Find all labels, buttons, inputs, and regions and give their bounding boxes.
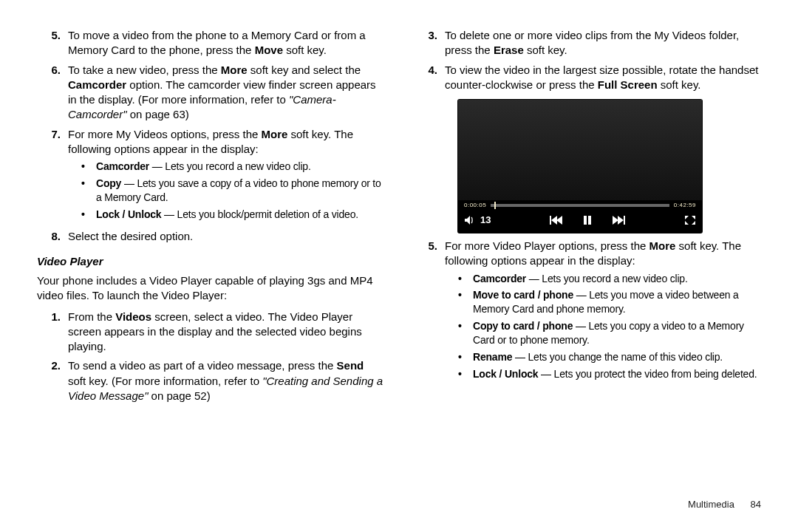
text: soft key. (For more information, refer t… (68, 375, 262, 387)
transport-controls (549, 215, 626, 225)
bullet-dot: • (458, 272, 473, 286)
list-body: To delete one or more video clips from t… (445, 28, 761, 58)
numbered-list-left-bottom: 1. From the Videos screen, select a vide… (37, 310, 384, 409)
text: To send a video as part of a video messa… (68, 359, 337, 372)
text: — Lets you protect the video from being … (538, 368, 757, 380)
bold-term: Move (255, 44, 283, 56)
bullet-dot: • (458, 350, 473, 364)
list-item: 6. To take a new video, press the More s… (37, 63, 384, 123)
bold-term: Lock / Unlock (473, 368, 538, 380)
list-number: 4. (414, 63, 445, 93)
text: — Lets you block/permit deletion of a vi… (161, 208, 358, 220)
volume-level: 13 (480, 214, 491, 227)
list-number: 8. (37, 229, 68, 244)
volume-group: 13 (464, 214, 491, 227)
section-subheading: Video Player (37, 254, 384, 269)
list-body: To view the video in the largest size po… (445, 63, 761, 93)
bold-term: Copy to card / phone (473, 320, 573, 332)
svg-rect-1 (588, 216, 591, 225)
text: — Lets you record a new video clip. (149, 160, 310, 172)
next-track-icon[interactable] (613, 215, 626, 225)
list-number: 5. (414, 239, 445, 384)
bold-term: Rename (473, 351, 512, 363)
bold-term: Erase (494, 44, 524, 56)
footer-section: Multimedia (688, 499, 734, 510)
text: on page 63) (127, 108, 189, 120)
list-item: 7. For more My Videos options, press the… (37, 127, 384, 225)
left-column: 5. To move a video from the phone to a M… (37, 28, 384, 510)
bullet-item: •Camcorder — Lets you record a new video… (458, 272, 761, 286)
bold-term: Camcorder (68, 78, 126, 91)
bullet-dot: • (81, 208, 96, 222)
list-body: From the Videos screen, select a video. … (68, 310, 384, 355)
bullet-dot: • (458, 319, 473, 347)
list-body: For more My Videos options, press the Mo… (68, 127, 384, 225)
numbered-list-left-top: 5. To move a video from the phone to a M… (37, 28, 384, 248)
text: To take a new video, press the (68, 64, 221, 76)
page-number: 84 (751, 499, 761, 510)
text: For more Video Player options, press the (445, 239, 649, 252)
list-number: 5. (37, 28, 68, 58)
list-number: 2. (37, 358, 68, 403)
text: — Lets you record a new video clip. (526, 273, 687, 284)
bullet-item: •Copy to card / phone — Lets you copy a … (458, 319, 761, 347)
bullet-dot: • (81, 160, 96, 174)
fullscreen-icon[interactable] (684, 215, 696, 225)
list-item: 5. For more Video Player options, press … (414, 239, 761, 384)
bullet-dot: • (81, 177, 96, 205)
text: — Lets you change the name of this video… (512, 351, 723, 363)
text: on page 52) (148, 389, 210, 402)
list-number: 3. (414, 28, 445, 58)
total-time: 0:42:59 (674, 202, 696, 210)
svg-rect-0 (584, 216, 587, 225)
list-number: 6. (37, 63, 68, 123)
bold-term: Move to card / phone (473, 289, 573, 301)
text: soft key and select the (248, 64, 361, 76)
page-footer: Multimedia 84 (688, 498, 761, 511)
bold-term: More (262, 128, 288, 140)
previous-track-icon[interactable] (549, 215, 562, 225)
numbered-list-right-top: 3. To delete one or more video clips fro… (414, 28, 761, 97)
bold-term: Send (337, 359, 364, 372)
list-number: 7. (37, 127, 68, 225)
list-item: 1. From the Videos screen, select a vide… (37, 310, 384, 355)
bullet-item: •Camcorder — Lets you record a new video… (81, 160, 384, 174)
speaker-icon[interactable] (464, 215, 476, 225)
text: For more My Videos options, press the (68, 128, 262, 140)
player-controls: 13 (464, 212, 696, 228)
text: Select the desired option. (68, 230, 193, 242)
bullet-item: •Copy — Lets you save a copy of a video … (81, 177, 384, 205)
bold-term: Full Screen (598, 78, 658, 91)
page: 5. To move a video from the phone to a M… (0, 0, 798, 532)
bullet-item: •Rename — Lets you change the name of th… (458, 350, 761, 364)
pause-icon[interactable] (583, 215, 592, 225)
list-body: To send a video as part of a video messa… (68, 358, 384, 403)
progress-playhead (494, 202, 496, 209)
bold-term: More (649, 239, 676, 252)
bullet-item: •Lock / Unlock — Lets you protect the vi… (458, 367, 761, 381)
bullet-item: •Move to card / phone — Lets you move a … (458, 288, 761, 316)
progress-row: 0:00:05 0:42:59 (464, 202, 696, 209)
bold-term: Camcorder (473, 273, 526, 284)
text: soft key. (283, 44, 327, 56)
text: — Lets you save a copy of a video to pho… (96, 177, 381, 203)
list-number: 1. (37, 310, 68, 355)
text: soft key. (524, 44, 567, 56)
bold-term: More (221, 64, 248, 76)
numbered-list-right-bottom: 5. For more Video Player options, press … (414, 239, 761, 389)
list-item: 4. To view the video in the largest size… (414, 63, 761, 93)
list-body: To take a new video, press the More soft… (68, 63, 384, 123)
bold-term: Lock / Unlock (96, 208, 161, 220)
progress-bar[interactable] (491, 204, 669, 207)
list-body: Select the desired option. (68, 229, 384, 244)
text: soft key. (658, 78, 701, 91)
text: From the (68, 310, 115, 323)
bullet-list: •Camcorder — Lets you record a new video… (458, 272, 761, 381)
list-item: 3. To delete one or more video clips fro… (414, 28, 761, 58)
list-item: 2. To send a video as part of a video me… (37, 358, 384, 403)
list-item: 8. Select the desired option. (37, 229, 384, 244)
paragraph: Your phone includes a Video Player capab… (37, 273, 384, 304)
video-area (458, 100, 702, 200)
list-body: To move a video from the phone to a Memo… (68, 28, 384, 58)
bold-term: Copy (96, 177, 121, 189)
